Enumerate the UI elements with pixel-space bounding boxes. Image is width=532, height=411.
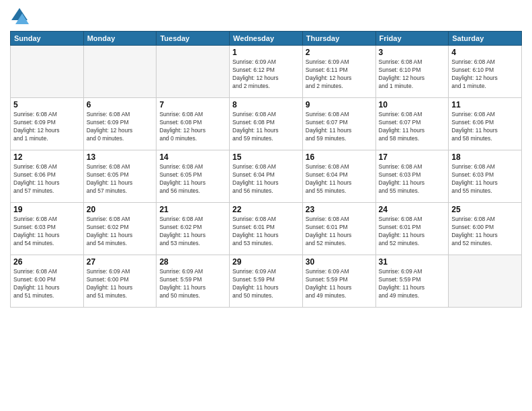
day-info: Sunrise: 6:08 AM Sunset: 6:06 PM Dayligh… <box>13 163 81 195</box>
calendar-cell: 2Sunrise: 6:09 AM Sunset: 6:11 PM Daylig… <box>302 46 375 98</box>
day-info: Sunrise: 6:08 AM Sunset: 6:08 PM Dayligh… <box>232 111 300 143</box>
day-number: 3 <box>379 48 446 57</box>
weekday-header-thursday: Thursday <box>302 32 375 46</box>
day-number: 23 <box>306 205 373 214</box>
day-number: 25 <box>451 205 519 214</box>
week-row-4: 19Sunrise: 6:08 AM Sunset: 6:03 PM Dayli… <box>11 203 522 255</box>
day-info: Sunrise: 6:08 AM Sunset: 6:01 PM Dayligh… <box>306 216 373 248</box>
day-number: 20 <box>87 205 154 214</box>
calendar-cell: 1Sunrise: 6:09 AM Sunset: 6:12 PM Daylig… <box>230 46 303 98</box>
day-info: Sunrise: 6:08 AM Sunset: 6:04 PM Dayligh… <box>306 163 373 195</box>
day-info: Sunrise: 6:08 AM Sunset: 6:09 PM Dayligh… <box>87 111 154 143</box>
day-info: Sunrise: 6:08 AM Sunset: 6:03 PM Dayligh… <box>13 216 81 248</box>
calendar-cell: 24Sunrise: 6:08 AM Sunset: 6:01 PM Dayli… <box>375 203 449 255</box>
week-row-3: 12Sunrise: 6:08 AM Sunset: 6:06 PM Dayli… <box>11 150 522 203</box>
calendar-cell: 22Sunrise: 6:08 AM Sunset: 6:01 PM Dayli… <box>230 203 303 255</box>
calendar-cell: 13Sunrise: 6:08 AM Sunset: 6:05 PM Dayli… <box>83 150 157 203</box>
calendar-cell: 20Sunrise: 6:08 AM Sunset: 6:02 PM Dayli… <box>83 203 157 255</box>
weekday-header-sunday: Sunday <box>11 32 84 46</box>
weekday-header-friday: Friday <box>375 32 449 46</box>
calendar-cell: 23Sunrise: 6:08 AM Sunset: 6:01 PM Dayli… <box>302 203 375 255</box>
day-number: 19 <box>13 205 81 214</box>
calendar-cell: 4Sunrise: 6:08 AM Sunset: 6:10 PM Daylig… <box>449 46 522 98</box>
weekday-header-monday: Monday <box>83 32 157 46</box>
day-number: 8 <box>232 100 300 109</box>
day-info: Sunrise: 6:08 AM Sunset: 6:09 PM Dayligh… <box>13 111 81 143</box>
day-info: Sunrise: 6:08 AM Sunset: 6:07 PM Dayligh… <box>379 111 446 143</box>
day-info: Sunrise: 6:09 AM Sunset: 6:00 PM Dayligh… <box>87 268 154 300</box>
day-info: Sunrise: 6:08 AM Sunset: 6:02 PM Dayligh… <box>159 216 226 248</box>
day-number: 17 <box>379 152 446 162</box>
calendar: SundayMondayTuesdayWednesdayThursdayFrid… <box>10 31 522 308</box>
calendar-cell <box>83 46 157 98</box>
header <box>10 7 522 26</box>
calendar-cell: 15Sunrise: 6:08 AM Sunset: 6:04 PM Dayli… <box>230 150 303 203</box>
day-info: Sunrise: 6:08 AM Sunset: 6:05 PM Dayligh… <box>87 163 154 195</box>
calendar-cell: 14Sunrise: 6:08 AM Sunset: 6:05 PM Dayli… <box>157 150 230 203</box>
logo <box>10 7 32 26</box>
calendar-cell: 5Sunrise: 6:08 AM Sunset: 6:09 PM Daylig… <box>11 98 84 150</box>
day-number: 12 <box>13 152 81 162</box>
day-info: Sunrise: 6:08 AM Sunset: 6:04 PM Dayligh… <box>232 163 300 195</box>
day-info: Sunrise: 6:08 AM Sunset: 6:07 PM Dayligh… <box>306 111 373 143</box>
weekday-header-wednesday: Wednesday <box>230 32 303 46</box>
calendar-cell: 6Sunrise: 6:08 AM Sunset: 6:09 PM Daylig… <box>83 98 157 150</box>
calendar-cell: 11Sunrise: 6:08 AM Sunset: 6:06 PM Dayli… <box>449 98 522 150</box>
calendar-cell: 30Sunrise: 6:09 AM Sunset: 5:59 PM Dayli… <box>302 255 375 308</box>
day-number: 13 <box>87 152 154 162</box>
day-info: Sunrise: 6:09 AM Sunset: 5:59 PM Dayligh… <box>159 268 226 300</box>
day-info: Sunrise: 6:08 AM Sunset: 6:03 PM Dayligh… <box>379 163 446 195</box>
weekday-header-saturday: Saturday <box>449 32 522 46</box>
day-number: 7 <box>159 100 226 109</box>
page: SundayMondayTuesdayWednesdayThursdayFrid… <box>0 0 532 411</box>
week-row-1: 1Sunrise: 6:09 AM Sunset: 6:12 PM Daylig… <box>11 46 522 98</box>
day-number: 15 <box>232 152 300 162</box>
weekday-header-row: SundayMondayTuesdayWednesdayThursdayFrid… <box>11 32 522 46</box>
day-info: Sunrise: 6:09 AM Sunset: 5:59 PM Dayligh… <box>306 268 373 300</box>
calendar-cell: 31Sunrise: 6:09 AM Sunset: 5:59 PM Dayli… <box>375 255 449 308</box>
day-info: Sunrise: 6:09 AM Sunset: 6:12 PM Dayligh… <box>232 58 300 91</box>
day-info: Sunrise: 6:08 AM Sunset: 6:01 PM Dayligh… <box>232 216 300 248</box>
calendar-cell <box>11 46 84 98</box>
calendar-cell: 29Sunrise: 6:09 AM Sunset: 5:59 PM Dayli… <box>230 255 303 308</box>
day-number: 22 <box>232 205 300 214</box>
calendar-cell: 25Sunrise: 6:08 AM Sunset: 6:00 PM Dayli… <box>449 203 522 255</box>
calendar-cell: 21Sunrise: 6:08 AM Sunset: 6:02 PM Dayli… <box>157 203 230 255</box>
day-number: 31 <box>379 257 446 267</box>
day-info: Sunrise: 6:08 AM Sunset: 6:10 PM Dayligh… <box>379 58 446 91</box>
day-number: 29 <box>232 257 300 267</box>
calendar-cell: 19Sunrise: 6:08 AM Sunset: 6:03 PM Dayli… <box>11 203 84 255</box>
day-number: 28 <box>159 257 226 267</box>
day-info: Sunrise: 6:09 AM Sunset: 6:11 PM Dayligh… <box>306 58 373 91</box>
calendar-cell: 9Sunrise: 6:08 AM Sunset: 6:07 PM Daylig… <box>302 98 375 150</box>
day-number: 4 <box>451 48 519 57</box>
day-number: 10 <box>379 100 446 109</box>
day-number: 14 <box>159 152 226 162</box>
weekday-header-tuesday: Tuesday <box>157 32 230 46</box>
day-info: Sunrise: 6:08 AM Sunset: 6:02 PM Dayligh… <box>87 216 154 248</box>
calendar-cell: 26Sunrise: 6:08 AM Sunset: 6:00 PM Dayli… <box>11 255 84 308</box>
day-number: 6 <box>87 100 154 109</box>
day-info: Sunrise: 6:09 AM Sunset: 5:59 PM Dayligh… <box>232 268 300 300</box>
day-info: Sunrise: 6:08 AM Sunset: 6:06 PM Dayligh… <box>451 111 519 143</box>
calendar-cell: 8Sunrise: 6:08 AM Sunset: 6:08 PM Daylig… <box>230 98 303 150</box>
calendar-cell: 7Sunrise: 6:08 AM Sunset: 6:08 PM Daylig… <box>157 98 230 150</box>
day-info: Sunrise: 6:08 AM Sunset: 6:08 PM Dayligh… <box>159 111 226 143</box>
day-info: Sunrise: 6:08 AM Sunset: 6:03 PM Dayligh… <box>451 163 519 195</box>
day-number: 9 <box>306 100 373 109</box>
day-info: Sunrise: 6:08 AM Sunset: 6:00 PM Dayligh… <box>13 268 81 300</box>
day-number: 27 <box>87 257 154 267</box>
calendar-cell: 17Sunrise: 6:08 AM Sunset: 6:03 PM Dayli… <box>375 150 449 203</box>
calendar-cell: 10Sunrise: 6:08 AM Sunset: 6:07 PM Dayli… <box>375 98 449 150</box>
calendar-cell: 27Sunrise: 6:09 AM Sunset: 6:00 PM Dayli… <box>83 255 157 308</box>
calendar-cell <box>449 255 522 308</box>
calendar-cell <box>157 46 230 98</box>
day-number: 21 <box>159 205 226 214</box>
day-number: 24 <box>379 205 446 214</box>
day-info: Sunrise: 6:08 AM Sunset: 6:10 PM Dayligh… <box>451 58 519 91</box>
week-row-5: 26Sunrise: 6:08 AM Sunset: 6:00 PM Dayli… <box>11 255 522 308</box>
day-number: 2 <box>306 48 373 57</box>
day-number: 5 <box>13 100 81 109</box>
logo-icon <box>10 7 29 26</box>
day-number: 16 <box>306 152 373 162</box>
